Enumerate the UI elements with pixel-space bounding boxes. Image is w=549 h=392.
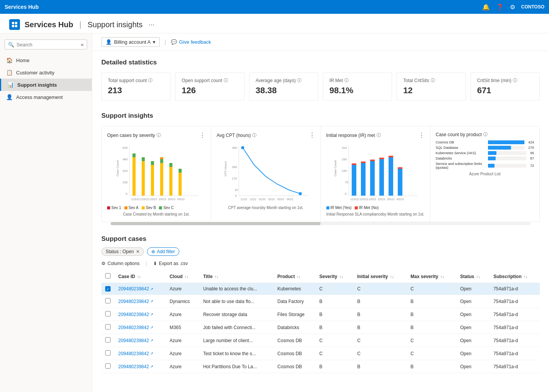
sidebar-item-support-insights[interactable]: 📊 Support insights xyxy=(0,79,92,91)
header-status[interactable]: Status ↑↓ xyxy=(456,270,490,283)
row-checkbox-6[interactable] xyxy=(105,363,111,369)
case-id-link-0[interactable]: 209480239842 ↗ xyxy=(118,286,162,292)
case-id-link-5[interactable]: 209480239842 ↗ xyxy=(118,351,162,356)
table-row: 209480239842 ↗ M365 Job failed with Conn… xyxy=(101,321,540,334)
chart-body-1: 620 460 310 150 0 xyxy=(107,142,205,203)
row-checkbox-2[interactable] xyxy=(105,311,111,316)
more-options-icon[interactable]: ··· xyxy=(149,21,154,29)
row-checkbox-3[interactable] xyxy=(105,324,111,329)
column-options-button[interactable]: ⚙ Column options xyxy=(101,261,139,266)
cell-check-2[interactable] xyxy=(101,308,114,321)
header-title[interactable]: Title ↑↓ xyxy=(199,270,273,283)
stat-info-icon-0[interactable]: ⓘ xyxy=(148,77,152,83)
search-input[interactable] xyxy=(17,42,78,48)
table-row: 209480239842 ↗ Dynamics Not able to use … xyxy=(101,295,540,308)
table-row: 209480239842 ↗ Azure Recover storage dat… xyxy=(101,308,540,321)
sidebar-item-customer-activity[interactable]: 📋 Customer activity xyxy=(0,66,92,79)
chart-open-cases: Open cases by severity ⓘ ⋮ 620 460 310 1… xyxy=(102,126,211,222)
cell-initial-severity-3: B xyxy=(353,321,407,334)
header-case-id[interactable]: Case ID ↑↓ xyxy=(114,270,166,283)
info-icon-2[interactable]: ⓘ xyxy=(252,132,256,138)
cell-check-5[interactable] xyxy=(101,347,114,360)
sort-icon-severity: ↑↓ xyxy=(339,275,343,279)
give-feedback-button[interactable]: 💬 Give feedback xyxy=(171,39,211,45)
chart-body-3: 310 230 150 75 0 xyxy=(326,142,425,203)
filter-close-icon[interactable]: ✕ xyxy=(136,249,140,254)
sidebar-item-label: Support insights xyxy=(17,82,57,88)
sub-header-separator: | xyxy=(164,39,166,46)
svg-rect-13 xyxy=(142,161,145,196)
cell-cloud-1: Dynamics xyxy=(166,295,199,308)
page-title: Support insights xyxy=(88,20,142,29)
cell-caseid-6: 209480239842 ↗ xyxy=(114,360,166,373)
chart-more-1[interactable]: ⋮ xyxy=(199,132,205,139)
row-checkbox-0[interactable]: ✓ xyxy=(105,286,111,292)
sidebar-item-home[interactable]: 🏠 Home xyxy=(0,54,92,66)
cell-status-0: Open xyxy=(456,283,490,295)
collapse-icon[interactable]: « xyxy=(81,41,84,48)
svg-text:260: 260 xyxy=(232,165,237,169)
cell-status-6: Open xyxy=(456,360,490,373)
bell-icon[interactable]: 🔔 xyxy=(482,3,490,11)
help-icon[interactable]: ❓ xyxy=(496,3,504,11)
case-id-link-2[interactable]: 209480239842 ↗ xyxy=(118,312,162,317)
cell-check-1[interactable] xyxy=(101,295,114,308)
status-filter-tag[interactable]: Status : Open ✕ xyxy=(101,247,144,256)
svg-rect-65 xyxy=(398,167,402,169)
product-bar-fill-0 xyxy=(488,140,524,144)
header-product[interactable]: Product ↑↓ xyxy=(274,270,316,283)
svg-text:0: 0 xyxy=(235,194,237,198)
table-row: 209480239842 ↗ Azure Test ticket to know… xyxy=(101,347,540,360)
row-checkbox-1[interactable] xyxy=(105,298,111,303)
header-subscription[interactable]: Subscription ↑↓ xyxy=(489,270,540,283)
chart-scroll-track[interactable] xyxy=(111,222,531,225)
header-initial-severity[interactable]: Initial severity ↑↓ xyxy=(353,270,407,283)
stat-info-icon-5[interactable]: ⓘ xyxy=(513,77,517,83)
stat-info-icon-3[interactable]: ⓘ xyxy=(344,77,349,83)
stat-info-icon-2[interactable]: ⓘ xyxy=(297,77,301,83)
cell-subscription-5: 754a971a-d xyxy=(489,347,540,360)
chart-more-3[interactable]: ⋮ xyxy=(418,132,425,139)
row-checkbox-5[interactable] xyxy=(105,350,111,356)
external-link-icon-1: ↗ xyxy=(150,299,153,303)
column-options-label: Column options xyxy=(107,261,139,266)
svg-rect-57 xyxy=(361,161,365,163)
cell-subscription-0: 754a971a-d xyxy=(489,283,540,295)
row-checkbox-4[interactable] xyxy=(105,337,111,343)
sidebar-item-access-management[interactable]: 👤 Access management xyxy=(0,91,92,103)
add-filter-button[interactable]: ⊕ Add filter xyxy=(147,247,179,256)
sort-icon-subscription: ↑↓ xyxy=(524,275,528,279)
search-box[interactable]: 🔍 « xyxy=(5,40,87,49)
settings-icon[interactable]: ⚙ xyxy=(510,3,515,11)
select-all-checkbox[interactable] xyxy=(105,273,111,278)
cell-check-0[interactable]: ✓ xyxy=(101,283,114,295)
stat-info-icon-4[interactable]: ⓘ xyxy=(431,77,435,83)
case-id-link-4[interactable]: 209480239842 ↗ xyxy=(118,338,162,343)
cell-product-0: Kubernetes xyxy=(274,283,316,295)
case-id-link-1[interactable]: 209480239842 ↗ xyxy=(118,299,162,304)
stat-info-icon-1[interactable]: ⓘ xyxy=(224,77,228,83)
svg-text:03/23: 03/23 xyxy=(277,198,284,201)
cell-check-4[interactable] xyxy=(101,334,114,347)
svg-rect-59 xyxy=(370,160,375,161)
cell-cloud-6: Azure xyxy=(166,360,199,373)
cell-max-severity-2: B xyxy=(407,308,456,321)
cell-check-3[interactable] xyxy=(101,321,114,334)
header-severity[interactable]: Severity ↑↓ xyxy=(316,270,354,283)
chart-scroll-thumb[interactable] xyxy=(111,222,321,225)
info-icon-1[interactable]: ⓘ xyxy=(157,132,161,138)
header-cloud[interactable]: Cloud ↑↓ xyxy=(166,270,199,283)
cell-caseid-0: 209480239842 ↗ xyxy=(114,283,166,295)
info-icon-4[interactable]: ⓘ xyxy=(483,132,488,137)
sub-header: 👤 Billing account A ▾ | 💬 Give feedback xyxy=(92,33,549,51)
case-id-link-6[interactable]: 209480239842 ↗ xyxy=(118,364,162,369)
cell-initial-severity-6: B xyxy=(353,360,407,373)
header-max-severity[interactable]: Max severity ↑↓ xyxy=(407,270,456,283)
export-button[interactable]: ⬇ Export as .csv xyxy=(153,261,188,266)
cell-check-6[interactable] xyxy=(101,360,114,373)
chart-more-2[interactable]: ⋮ xyxy=(309,132,315,139)
billing-account-button[interactable]: 👤 Billing account A ▾ xyxy=(101,37,160,47)
info-icon-3[interactable]: ⓘ xyxy=(377,132,381,138)
chart-body-4: Cosmos DB 424SQL Database 270Kubernetes … xyxy=(436,140,534,170)
case-id-link-3[interactable]: 209480239842 ↗ xyxy=(118,325,162,330)
